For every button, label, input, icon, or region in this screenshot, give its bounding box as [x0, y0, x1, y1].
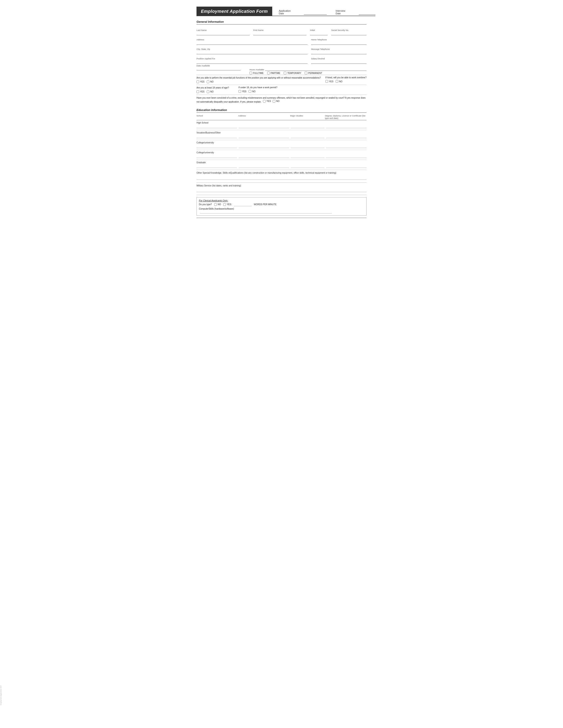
availability-checkboxes: FULLTIME PARTIME TEMPORARY PERMANENT: [249, 72, 367, 74]
home-tel-input[interactable]: [311, 41, 367, 45]
q4-yn: YES NO: [238, 90, 278, 93]
military-label: Military Service (list dates, ranks and …: [196, 184, 367, 187]
crime-yes[interactable]: YES: [263, 99, 271, 103]
clerical-no[interactable]: NO: [214, 203, 221, 206]
graduate-degree[interactable]: [326, 164, 367, 168]
special-knowledge-input[interactable]: [196, 176, 367, 180]
college2-address[interactable]: [239, 154, 289, 158]
special-knowledge-section: Other Special Knowledge, Skills otQualif…: [196, 172, 367, 183]
clerical-no-check[interactable]: [214, 203, 217, 206]
college1-major[interactable]: [291, 144, 324, 148]
edu-row-label-1: Vocation/Business/Other: [196, 130, 367, 134]
clerical-typing-row: Do you type? NO YES: WORDS PER MINUTE: [199, 203, 364, 206]
position-label: Position Applied For: [196, 57, 308, 60]
computer-skills-input[interactable]: [200, 210, 332, 214]
q1-no[interactable]: NO: [207, 80, 213, 83]
college2-major[interactable]: [291, 154, 324, 158]
clerical-wpm-input[interactable]: [234, 203, 252, 206]
q1-yes[interactable]: YES: [196, 80, 204, 83]
address-input[interactable]: [196, 41, 308, 45]
clerical-yes[interactable]: YES:: [223, 203, 232, 206]
q2-no[interactable]: NO: [336, 80, 343, 83]
college2-degree[interactable]: [326, 154, 367, 158]
last-name-input[interactable]: [196, 32, 250, 35]
edu-row-label-3: College/university: [196, 150, 367, 154]
salary-label: Salary Desired: [311, 57, 367, 60]
q3-area: Are you at least 18 years of age? YES NO: [196, 86, 236, 93]
q1-no-check[interactable]: [207, 81, 209, 83]
parttime-checkbox[interactable]: PARTIME: [267, 72, 280, 74]
education-title: Education Information: [196, 108, 367, 112]
crime-yes-check[interactable]: [263, 100, 265, 103]
q3-no[interactable]: NO: [207, 90, 213, 93]
first-name-input[interactable]: [253, 32, 307, 35]
q4-no[interactable]: NO: [248, 90, 255, 93]
q3-yes[interactable]: YES: [196, 90, 204, 93]
form-header: Employment Application Form Application …: [196, 7, 367, 16]
ssn-group: Social Security No.: [331, 26, 367, 35]
graduate-address[interactable]: [239, 164, 289, 168]
fulltime-check[interactable]: [249, 72, 252, 74]
footer-divider: [196, 218, 367, 218]
high-school-name[interactable]: [196, 124, 237, 128]
q4-yes-check[interactable]: [238, 90, 241, 93]
q4-yes[interactable]: YES: [238, 90, 246, 93]
q2-yes-check[interactable]: [326, 80, 328, 83]
ssn-input[interactable]: [331, 32, 367, 35]
college1-name[interactable]: [196, 144, 237, 148]
vocation-degree[interactable]: [326, 134, 367, 138]
graduate-name[interactable]: [196, 164, 237, 168]
vocation-address[interactable]: [239, 134, 289, 138]
fulltime-checkbox[interactable]: FULLTIME: [249, 72, 263, 74]
edu-col-address: Address: [238, 114, 290, 119]
vocation-name[interactable]: [196, 134, 237, 138]
date-avail-col: Date Available: [196, 64, 241, 70]
position-group: Position Applied For: [196, 55, 308, 64]
q1-yes-check[interactable]: [196, 81, 199, 83]
high-school-address[interactable]: [239, 124, 289, 128]
msg-tel-label: Message Telephone: [311, 48, 367, 50]
edu-graduate: Graduate: [196, 160, 367, 170]
q2-yn: YES NO: [326, 80, 367, 83]
city-input[interactable]: [196, 51, 308, 54]
initial-label: Initial: [310, 29, 328, 31]
q3-no-check[interactable]: [207, 90, 209, 93]
crime-no-check[interactable]: [273, 100, 275, 103]
q3-q4-row: Are you at least 18 years of age? YES NO…: [196, 85, 367, 95]
military-section: Military Service (list dates, ranks and …: [196, 184, 367, 195]
name-row: Last Name First Name Initial Social Secu…: [196, 26, 367, 35]
q3-yes-check[interactable]: [196, 90, 199, 93]
q4-no-check[interactable]: [248, 90, 251, 93]
form-title: Employment Application Form: [196, 7, 272, 16]
initial-group: Initial: [310, 26, 328, 35]
college2-name[interactable]: [196, 154, 237, 158]
graduate-major[interactable]: [291, 164, 324, 168]
high-school-degree[interactable]: [326, 124, 367, 128]
position-input[interactable]: [196, 60, 308, 64]
high-school-major[interactable]: [291, 124, 324, 128]
permanent-checkbox[interactable]: PERMANENT: [305, 72, 322, 74]
msg-tel-input[interactable]: [311, 51, 367, 54]
crime-no[interactable]: NO: [273, 99, 279, 103]
q2-no-check[interactable]: [336, 80, 338, 83]
parttime-check[interactable]: [267, 72, 270, 74]
initial-input[interactable]: [310, 32, 328, 35]
home-tel-label: Home Telephone: [311, 38, 367, 41]
temporary-checkbox[interactable]: TEMPORARY: [284, 72, 301, 74]
salary-input[interactable]: [311, 60, 367, 64]
city-row: City, State, Zip Message Telephone: [196, 45, 367, 54]
college1-degree[interactable]: [326, 144, 367, 148]
vocation-major[interactable]: [291, 134, 324, 138]
date-avail-input[interactable]: [196, 67, 241, 70]
hours-label-row: Hours Available: [249, 67, 367, 71]
last-name-label: Last Name: [196, 29, 250, 31]
hours-input[interactable]: [265, 67, 367, 71]
temporary-check[interactable]: [284, 72, 287, 74]
military-input[interactable]: [196, 188, 367, 192]
permanent-check[interactable]: [305, 72, 307, 74]
q1-text: Are you able to peform the essential job…: [196, 76, 323, 83]
college1-address[interactable]: [239, 144, 289, 148]
date-avail-label: Date Available: [196, 64, 210, 67]
q2-yes[interactable]: YES: [326, 80, 334, 83]
clerical-yes-check[interactable]: [223, 203, 226, 206]
